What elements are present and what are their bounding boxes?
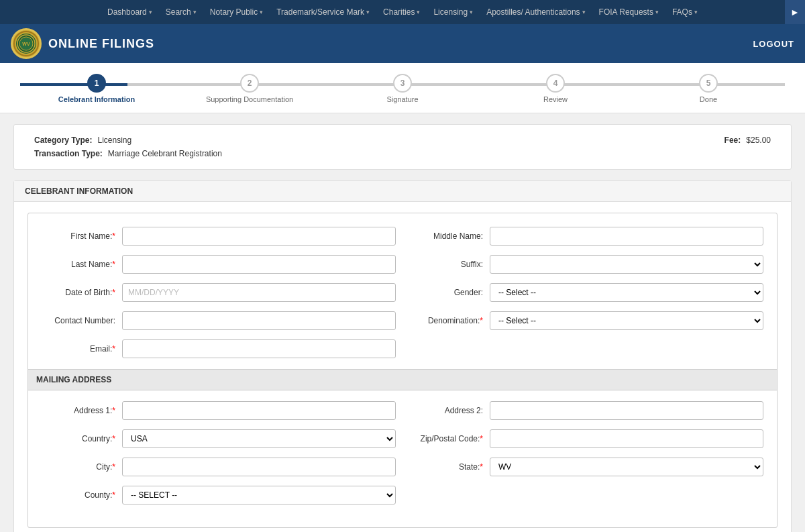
dob-label: Date of Birth:* bbox=[42, 288, 122, 297]
type-row: Transaction Type: Marriage Celebrant Reg… bbox=[34, 149, 222, 158]
address2-input[interactable] bbox=[490, 401, 763, 420]
navbar-apostilles[interactable]: Apostilles/ Authentications ▾ bbox=[480, 0, 592, 24]
progress-step-1: 1 Celebrant Information bbox=[20, 74, 173, 103]
middle-name-label: Middle Name: bbox=[409, 231, 490, 241]
navbar-items: Dashboard ▾ Search ▾ Notary Public ▾ Tra… bbox=[7, 0, 798, 24]
address1-input[interactable] bbox=[122, 401, 396, 420]
type-label: Transaction Type: bbox=[34, 149, 103, 158]
state-select[interactable]: WV VA OH KY MD PA bbox=[490, 458, 763, 476]
dob-col: Date of Birth:* bbox=[42, 283, 396, 302]
section-header: CELEBRANT INFORMATION bbox=[14, 181, 791, 202]
navbar-charities[interactable]: Charities ▾ bbox=[376, 0, 427, 24]
zip-label: Zip/Postal Code:* bbox=[409, 434, 490, 443]
type-value: Marriage Celebrant Registration bbox=[108, 149, 222, 158]
denomination-label: Denomination:* bbox=[409, 316, 490, 325]
last-name-label: Last Name:* bbox=[42, 260, 122, 269]
progress-step-5: 5 Done bbox=[632, 74, 785, 103]
email-label: Email:* bbox=[42, 344, 122, 354]
navbar-licensing[interactable]: Licensing ▾ bbox=[427, 0, 480, 24]
state-col: State:* WV VA OH KY MD PA bbox=[409, 458, 763, 476]
navbar-notary[interactable]: Notary Public ▾ bbox=[203, 0, 270, 24]
gender-select[interactable]: -- Select -- Male Female Other bbox=[490, 283, 763, 302]
step-circle-5: 5 bbox=[699, 74, 718, 93]
suffix-label: Suffix: bbox=[409, 260, 490, 269]
mailing-address-header: MAILING ADDRESS bbox=[28, 369, 777, 390]
progress-step-4: 4 Review bbox=[479, 74, 632, 103]
state-seal: WV bbox=[11, 28, 42, 59]
progress-container: 1 Celebrant Information 2 Supporting Doc… bbox=[0, 63, 805, 113]
country-zip-row: Country:* USA Canada Mexico Zip/Postal C… bbox=[42, 429, 763, 448]
logout-button[interactable]: LOGOUT bbox=[753, 39, 794, 49]
country-select[interactable]: USA Canada Mexico bbox=[122, 429, 396, 448]
last-name-input[interactable] bbox=[122, 255, 396, 274]
first-name-label: First Name:* bbox=[42, 231, 122, 241]
country-label: Country:* bbox=[42, 434, 122, 443]
app-title: ONLINE FILINGS bbox=[48, 37, 154, 51]
email-col: Email:* bbox=[42, 339, 396, 358]
address2-label: Address 2: bbox=[409, 406, 490, 415]
step-label-5: Done bbox=[700, 95, 717, 103]
zip-input[interactable] bbox=[490, 429, 763, 448]
notary-arrow-icon: ▾ bbox=[260, 9, 263, 15]
step-label-4: Review bbox=[543, 95, 568, 103]
category-row: Category Type: Licensing bbox=[34, 136, 222, 145]
navbar-scroll-right[interactable]: ► bbox=[785, 0, 805, 24]
faqs-arrow-icon: ▾ bbox=[694, 9, 698, 15]
step-label-1: Celebrant Information bbox=[58, 95, 135, 103]
country-col: Country:* USA Canada Mexico bbox=[42, 429, 396, 448]
contact-input[interactable] bbox=[122, 311, 396, 330]
first-name-col: First Name:* bbox=[42, 227, 396, 246]
category-value: Licensing bbox=[97, 136, 131, 145]
state-label: State:* bbox=[409, 462, 490, 472]
charities-arrow-icon: ▾ bbox=[417, 9, 420, 15]
city-label: City:* bbox=[42, 462, 122, 472]
county-label: County:* bbox=[42, 490, 122, 500]
navbar-trademark[interactable]: Trademark/Service Mark ▾ bbox=[270, 0, 376, 24]
suffix-select[interactable]: Jr Sr II III bbox=[490, 255, 763, 274]
city-input[interactable] bbox=[122, 458, 396, 476]
zip-col: Zip/Postal Code:* bbox=[409, 429, 763, 448]
address1-label: Address 1:* bbox=[42, 406, 122, 415]
step-circle-2: 2 bbox=[240, 74, 259, 93]
county-select[interactable]: -- SELECT -- Kanawha Berkeley Cabell Mon… bbox=[122, 486, 396, 504]
navbar-foia[interactable]: FOIA Requests ▾ bbox=[592, 0, 665, 24]
middle-name-col: Middle Name: bbox=[409, 227, 763, 246]
email-input[interactable] bbox=[122, 339, 396, 358]
celebrant-info-section: CELEBRANT INFORMATION First Name:* Middl… bbox=[13, 180, 792, 532]
search-arrow-icon: ▾ bbox=[193, 9, 197, 15]
step-label-2: Supporting Documentation bbox=[206, 95, 293, 103]
last-suffix-row: Last Name:* Suffix: Jr Sr II III bbox=[42, 255, 763, 274]
suffix-col: Suffix: Jr Sr II III bbox=[409, 255, 763, 274]
contact-label: Contact Number: bbox=[42, 316, 122, 325]
category-label: Category Type: bbox=[34, 136, 92, 145]
city-col: City:* bbox=[42, 458, 396, 476]
address2-col: Address 2: bbox=[409, 401, 763, 420]
gender-col: Gender: -- Select -- Male Female Other bbox=[409, 283, 763, 302]
info-left: Category Type: Licensing Transaction Typ… bbox=[34, 136, 222, 158]
progress-step-3: 3 Signature bbox=[326, 74, 479, 103]
gender-label: Gender: bbox=[409, 288, 490, 297]
fee-value: $25.00 bbox=[746, 136, 771, 145]
step-label-3: Signature bbox=[386, 95, 418, 103]
county-col: County:* -- SELECT -- Kanawha Berkeley C… bbox=[42, 486, 396, 504]
progress-step-2: 2 Supporting Documentation bbox=[173, 74, 326, 103]
info-right: Fee: $25.00 bbox=[724, 136, 771, 158]
apostilles-arrow-icon: ▾ bbox=[582, 9, 586, 15]
address-row: Address 1:* Address 2: bbox=[42, 401, 763, 420]
foia-arrow-icon: ▾ bbox=[655, 9, 659, 15]
contact-col: Contact Number: bbox=[42, 311, 396, 330]
page-header: WV ONLINE FILINGS LOGOUT bbox=[0, 24, 805, 63]
dob-input[interactable] bbox=[122, 283, 396, 302]
navbar-dashboard[interactable]: Dashboard ▾ bbox=[101, 0, 159, 24]
progress-bar: 1 Celebrant Information 2 Supporting Doc… bbox=[20, 74, 785, 103]
main-content: Category Type: Licensing Transaction Typ… bbox=[0, 113, 805, 532]
trademark-arrow-icon: ▾ bbox=[366, 9, 370, 15]
dashboard-arrow-icon: ▾ bbox=[149, 9, 152, 15]
header-branding: WV ONLINE FILINGS bbox=[11, 28, 154, 59]
navbar-search[interactable]: Search ▾ bbox=[159, 0, 203, 24]
navbar-faqs[interactable]: FAQs ▾ bbox=[665, 0, 704, 24]
middle-name-input[interactable] bbox=[490, 227, 763, 246]
progress-steps: 1 Celebrant Information 2 Supporting Doc… bbox=[20, 74, 785, 103]
first-name-input[interactable] bbox=[122, 227, 396, 246]
denomination-select[interactable]: -- Select -- Baptist Catholic Methodist … bbox=[490, 311, 763, 330]
